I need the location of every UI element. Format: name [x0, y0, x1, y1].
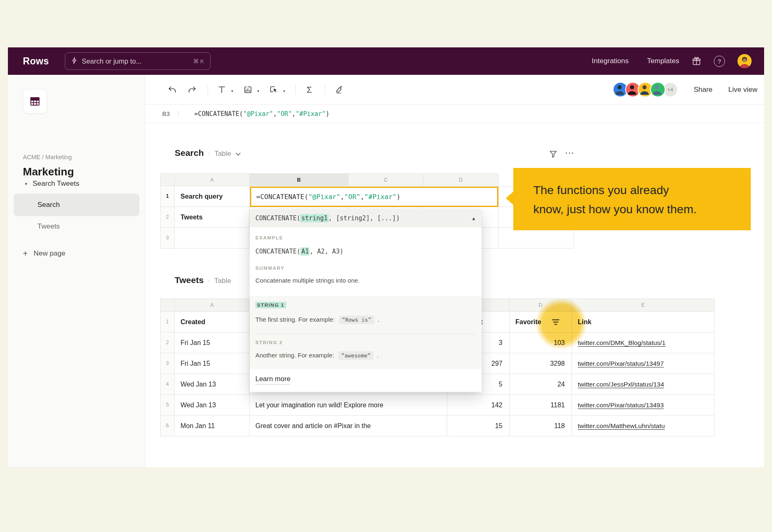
signature-arg-chip: string1: [300, 214, 328, 222]
undo-button[interactable]: [165, 83, 179, 97]
view-selector[interactable]: Table: [214, 150, 231, 158]
row-number[interactable]: 3: [160, 228, 175, 249]
cell-retweet[interactable]: 142: [447, 395, 510, 416]
search-table-title: Search · Table: [175, 148, 241, 158]
column-header-a[interactable]: A: [175, 298, 250, 312]
column-header-a[interactable]: A: [175, 173, 250, 186]
summary-label: SUMMARY: [255, 266, 285, 271]
cell-favorite[interactable]: 1181: [510, 395, 572, 416]
column-header-c[interactable]: C: [349, 173, 423, 186]
chevron-down-icon[interactable]: ▾: [257, 89, 260, 93]
sidebar-item-search-tweets[interactable]: ▾ Search Tweets: [8, 175, 145, 193]
global-search-input[interactable]: Search or jump to... ⌘ K: [65, 52, 210, 70]
cell-link[interactable]: twitter.com/Pixar/status/13497: [572, 353, 715, 374]
filter-spotlight-highlight: [535, 298, 587, 350]
help-button[interactable]: ?: [714, 56, 725, 67]
toolbar-divider: [325, 85, 325, 95]
toolbar-right: +4 Share Live view: [613, 82, 757, 97]
header-created[interactable]: Created: [175, 312, 250, 332]
row-number[interactable]: 2: [160, 332, 175, 353]
functions-button[interactable]: Σ: [302, 83, 317, 97]
formula-input[interactable]: =CONCATENATE("@Pixar","OR","#Pixar"): [194, 110, 329, 118]
row-number[interactable]: 4: [160, 374, 175, 395]
redo-button[interactable]: [185, 83, 199, 97]
nav-templates[interactable]: Templates: [647, 57, 679, 65]
select-tool-button[interactable]: [267, 83, 281, 97]
formula-segment: "@Pixar": [243, 110, 273, 118]
profile-avatar[interactable]: [737, 54, 752, 68]
gift-button[interactable]: [692, 57, 701, 66]
cell-a2[interactable]: Tweets: [175, 207, 250, 228]
string1-example-chip: “Rows is”: [339, 315, 374, 324]
signature-text: , [string2], [...]): [329, 214, 400, 222]
sidebar-item-tweets[interactable]: Tweets: [37, 217, 60, 236]
clear-formatting-button[interactable]: [332, 83, 346, 97]
formula-segment: "@Pixar": [308, 193, 340, 201]
cell-retweet[interactable]: 15: [447, 416, 510, 436]
cell-link[interactable]: twitter.com/JessPxl/status/134: [572, 374, 715, 395]
cell-text[interactable]: Let your imagination run wild! Explore m…: [250, 395, 447, 416]
cell-reference[interactable]: B3: [162, 110, 178, 117]
cell-e3[interactable]: [499, 228, 574, 249]
learn-more-link[interactable]: Learn more: [255, 375, 290, 384]
row-number[interactable]: 6: [160, 416, 175, 436]
function-signature[interactable]: CONCATENATE(string1, [string2], [...]) ▲: [250, 209, 482, 227]
filter-button[interactable]: [549, 150, 557, 160]
share-button[interactable]: Share: [694, 86, 713, 94]
row-number[interactable]: 1: [160, 186, 175, 207]
chevron-down-icon[interactable]: ▾: [25, 181, 27, 187]
selected-cell-b1[interactable]: =CONCATENATE("@Pixar","OR","#Pixar"): [250, 187, 498, 207]
table-name[interactable]: Tweets: [175, 275, 204, 285]
cell-favorite[interactable]: 24: [510, 374, 572, 395]
sidebar-item-search[interactable]: Search: [14, 194, 139, 216]
table-menu-button[interactable]: ⋯: [565, 148, 574, 158]
text-format-button[interactable]: [215, 83, 229, 97]
spreadsheet-icon-card[interactable]: [23, 90, 47, 113]
cell-favorite[interactable]: 3298: [510, 353, 572, 374]
row-number[interactable]: 2: [160, 207, 175, 228]
header-link[interactable]: Link: [572, 312, 715, 332]
toolbar: ▾ ▾ ▾ Σ +4: [145, 75, 764, 105]
formula-bar-divider: [178, 110, 178, 118]
callout-arrow: [506, 192, 513, 205]
cell-created[interactable]: Wed Jan 13: [175, 395, 250, 416]
view-selector[interactable]: Table: [214, 277, 231, 285]
insert-element-button[interactable]: [241, 83, 255, 97]
table-name[interactable]: Search: [175, 148, 204, 158]
string1-label: STRING 1: [255, 302, 286, 308]
cell-created[interactable]: Fri Jan 15: [175, 332, 250, 353]
cell-created[interactable]: Fri Jan 15: [175, 353, 250, 374]
column-header-d[interactable]: D: [423, 173, 499, 186]
collapse-icon[interactable]: ▲: [472, 216, 475, 221]
cell-created[interactable]: Wed Jan 13: [175, 374, 250, 395]
cell-a1[interactable]: Search query: [175, 186, 250, 207]
chevron-down-icon[interactable]: ▾: [283, 89, 285, 93]
sidebar: ACME / Marketing Marketing ▾ Search Twee…: [8, 75, 145, 467]
toolbar-divider: [295, 85, 296, 95]
corner-header[interactable]: [160, 173, 175, 186]
formula-segment: =CONCATENATE(: [256, 193, 308, 201]
cell-link[interactable]: twitter.com/MatthewLuhn/statu: [572, 416, 715, 436]
cell-created[interactable]: Mon Jan 11: [175, 416, 250, 436]
callout-line1: The functions you already: [533, 180, 751, 200]
cell-favorite[interactable]: 118: [510, 416, 572, 436]
cell-a3[interactable]: [175, 228, 250, 249]
chevron-down-icon[interactable]: ▾: [231, 89, 233, 93]
column-header-b[interactable]: B: [250, 173, 349, 186]
corner-header[interactable]: [160, 298, 175, 312]
chevron-down-icon[interactable]: [235, 153, 241, 156]
column-header-e[interactable]: E: [572, 298, 715, 312]
cell-link[interactable]: twitter.com/DMK_Blog/status/1: [572, 332, 715, 353]
cell-link[interactable]: twitter.com/Pixar/status/13493: [572, 395, 715, 416]
formula-segment: "OR": [277, 110, 292, 118]
cell-text[interactable]: Great cover and article on #Pixar in the: [250, 416, 447, 436]
row-number[interactable]: 5: [160, 395, 175, 416]
row-number[interactable]: 3: [160, 353, 175, 374]
live-view-button[interactable]: Live view: [728, 86, 757, 94]
toolbar-divider: [208, 85, 208, 95]
new-page-button[interactable]: + New page: [8, 244, 145, 263]
formula-segment: "#Pixar": [364, 193, 396, 201]
row-number[interactable]: 1: [160, 312, 175, 332]
topbar: Rows Search or jump to... ⌘ K Integratio…: [8, 47, 764, 75]
nav-integrations[interactable]: Integrations: [592, 57, 629, 65]
